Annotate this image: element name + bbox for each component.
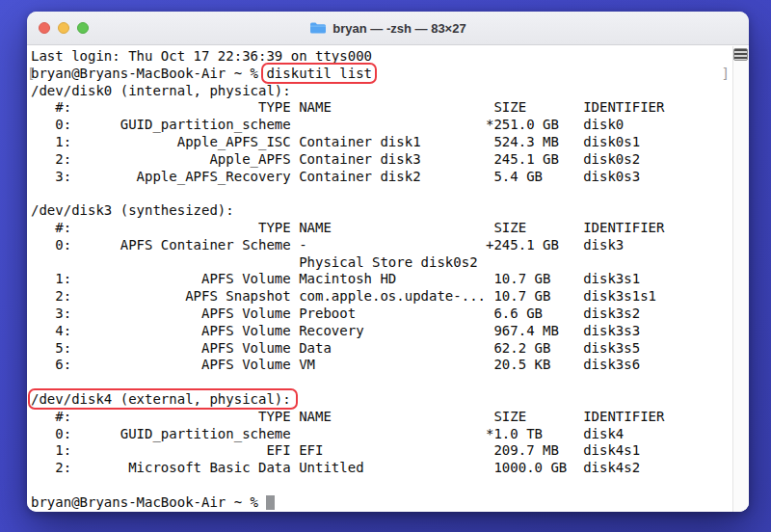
title-bar[interactable]: bryan — -zsh — 83×27 — [27, 12, 749, 45]
terminal-line — [31, 477, 732, 494]
terminal-line: 2: APFS Snapshot com.apple.os.update-...… — [31, 288, 732, 306]
terminal-line: 3: Apple_APFS_Recovery Container disk2 5… — [31, 169, 732, 186]
terminal-line: bryan@Bryans-MacBook-Air ~ % diskutil li… — [31, 66, 732, 83]
terminal-line: #: TYPE NAME SIZE IDENTIFIER — [31, 99, 732, 117]
terminal-line: bryan@Bryans-MacBook-Air ~ % — [31, 494, 732, 512]
terminal-line: 1: APFS Volume Macintosh HD 10.7 GB disk… — [31, 271, 732, 288]
traffic-lights — [39, 12, 89, 44]
disk4-annotation — [28, 388, 298, 410]
diskutil-list-annotation — [261, 63, 377, 84]
folder-icon — [309, 21, 327, 35]
prompt-mark-left: [ — [27, 66, 35, 83]
terminal-content: [ ] Last login: Thu Oct 17 22:36:39 on t… — [27, 46, 749, 512]
terminal-output: [ ] Last login: Thu Oct 17 22:36:39 on t… — [27, 46, 732, 512]
terminal-line: 3: APFS Volume Preboot 6.6 GB disk3s2 — [31, 306, 732, 323]
terminal-line — [31, 185, 732, 202]
terminal-line: 0: APFS Container Scheme - +245.1 GB dis… — [31, 237, 732, 254]
terminal-window: bryan — -zsh — 83×27 [ ] Last login: Thu… — [27, 12, 749, 512]
scrollbar[interactable] — [732, 46, 749, 512]
terminal-line: /dev/disk0 (internal, physical): — [31, 83, 732, 100]
zoom-button[interactable] — [77, 22, 89, 34]
window-title: bryan — -zsh — 83×27 — [309, 21, 465, 36]
split-pane-icon[interactable] — [733, 48, 748, 61]
terminal-line: 0: GUID_partition_scheme *251.0 GB disk0 — [31, 117, 732, 134]
terminal-line: 6: APFS Volume VM 20.5 KB disk3s6 — [31, 357, 732, 374]
prompt-mark-right: ] — [722, 66, 730, 83]
terminal-line: 5: APFS Volume Data 62.2 GB disk3s5 — [31, 340, 732, 358]
terminal-line: 2: Microsoft Basic Data Untitled 1000.0 … — [31, 460, 732, 477]
window-title-text: bryan — -zsh — 83×27 — [332, 21, 465, 36]
minimize-button[interactable] — [58, 22, 69, 34]
terminal-line: 1: Apple_APFS_ISC Container disk1 524.3 … — [31, 134, 732, 151]
terminal-line: Last login: Thu Oct 17 22:36:39 on ttys0… — [31, 48, 732, 66]
terminal-line: /dev/disk3 (synthesized): — [31, 202, 732, 220]
terminal-line: 4: APFS Volume Recovery 967.4 MB disk3s3 — [31, 323, 732, 340]
terminal-cursor — [266, 495, 274, 510]
terminal-line: #: TYPE NAME SIZE IDENTIFIER — [31, 220, 732, 237]
terminal-line: 1: EFI EFI 209.7 MB disk4s1 — [31, 442, 732, 460]
terminal-line: 0: GUID_partition_scheme *1.0 TB disk4 — [31, 426, 732, 443]
terminal-line: 2: Apple_APFS Container disk3 245.1 GB d… — [31, 151, 732, 169]
terminal-line: #: TYPE NAME SIZE IDENTIFIER — [31, 409, 732, 426]
close-button[interactable] — [39, 22, 50, 34]
terminal-line: Physical Store disk0s2 — [31, 254, 732, 272]
